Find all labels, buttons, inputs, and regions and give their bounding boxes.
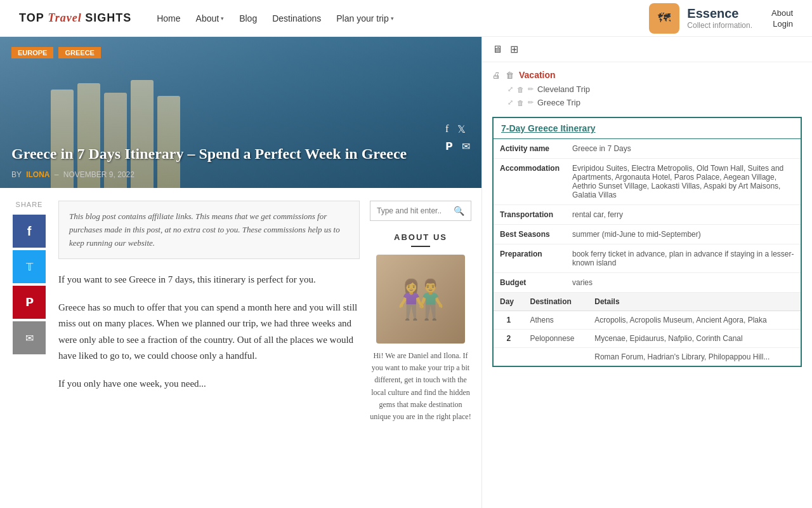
- vacation-label: Vacation: [519, 70, 556, 80]
- info-table: Activity name Greece in 7 Days Accommoda…: [494, 139, 801, 293]
- budget-row: Budget varies: [494, 273, 801, 293]
- greece-edit-icon[interactable]: ✏: [528, 98, 534, 107]
- transportation-row: Transportation rental car, ferry: [494, 205, 801, 225]
- about-us-photo: 👫: [376, 255, 465, 344]
- twitter-share-button[interactable]: 𝕋: [13, 250, 46, 283]
- nav-plan-trip[interactable]: Plan your trip ▾: [336, 13, 393, 23]
- budget-label: Budget: [494, 273, 566, 293]
- email-share-button[interactable]: ✉: [13, 321, 46, 354]
- auth-login[interactable]: Login: [773, 19, 793, 29]
- left-panel: EUROPE GREECE Greece in 7 Days Itinerary…: [0, 37, 482, 508]
- preparation-row: Preparation book ferry ticket in advance…: [494, 244, 801, 273]
- nav-destinations[interactable]: Destinations: [272, 13, 321, 23]
- essence-title: Essence: [687, 6, 752, 21]
- tag-greece[interactable]: GREECE: [58, 47, 100, 58]
- about-us-title: ABOUT US: [370, 232, 471, 242]
- monitor-icon[interactable]: 🖥: [492, 44, 502, 55]
- cleveland-edit-icon[interactable]: ✏: [528, 85, 534, 93]
- day-2-num: 2: [494, 330, 523, 348]
- pinterest-share-button[interactable]: 𝗣: [13, 286, 46, 319]
- author-prefix: BY: [11, 170, 22, 179]
- day-1-num: 1: [494, 311, 523, 330]
- hero-email-icon[interactable]: ✉: [462, 140, 470, 152]
- search-box: 🔍: [370, 201, 471, 221]
- day-row-2: 2 Peloponnese Mycenae, Epidaurus, Nafpli…: [494, 330, 801, 348]
- logo-top: TOP: [19, 11, 44, 24]
- share-sidebar: SHARE f 𝕋 𝗣 ✉: [6, 201, 52, 423]
- right-sidebar: 🖥 ⊞ 🖨 🗑 Vacation ⤢ 🗑 ✏ Cleveland Trip ⤢ …: [482, 37, 812, 508]
- author-name[interactable]: ILONA: [26, 170, 49, 179]
- day-col-header: Day: [494, 293, 523, 311]
- accommodation-label: Accommodation: [494, 159, 566, 205]
- plan-chevron-icon: ▾: [391, 15, 394, 22]
- day-row-1: 1 Athens Acropolis, Acropolis Museum, An…: [494, 311, 801, 330]
- itinerary-title[interactable]: 7-Day Greece Itinerary: [494, 118, 801, 139]
- about-chevron-icon: ▾: [221, 15, 224, 22]
- nav-blog[interactable]: Blog: [239, 13, 257, 23]
- search-button[interactable]: 🔍: [447, 201, 471, 220]
- facebook-share-button[interactable]: f: [13, 215, 46, 248]
- search-input[interactable]: [370, 201, 447, 220]
- essence-logo-icon: 🗺: [649, 3, 679, 34]
- greece-trip-name[interactable]: Greece Trip: [537, 98, 580, 107]
- nav-about[interactable]: About ▾: [196, 13, 225, 23]
- day-2-details: Mycenae, Epidaurus, Nafplio, Corinth Can…: [588, 330, 801, 348]
- hero-meta: BY ILONA – NOVEMBER 9, 2022: [11, 170, 134, 179]
- article-paragraph-1: If you want to see Greece in 7 days, thi…: [58, 272, 360, 288]
- hero-pinterest-icon[interactable]: 𝗣: [445, 140, 453, 152]
- day-2-dest: Peloponnese: [523, 330, 588, 348]
- share-label: SHARE: [16, 201, 43, 208]
- cleveland-trip-name[interactable]: Cleveland Trip: [537, 84, 590, 94]
- preparation-label: Preparation: [494, 244, 566, 273]
- details-col-header: Details: [588, 293, 801, 311]
- vacation-section: 🖨 🗑 Vacation ⤢ 🗑 ✏ Cleveland Trip ⤢ 🗑 ✏ …: [482, 62, 812, 114]
- article-date: NOVEMBER 9, 2022: [63, 170, 134, 179]
- main-layout: EUROPE GREECE Greece in 7 Days Itinerary…: [0, 37, 812, 508]
- cleveland-trip-row: ⤢ 🗑 ✏ Cleveland Trip: [492, 83, 802, 96]
- hero-title: Greece in 7 Days Itinerary – Spend a Per…: [11, 144, 412, 164]
- hero-section: EUROPE GREECE Greece in 7 Days Itinerary…: [0, 37, 481, 188]
- hero-tags: EUROPE GREECE: [11, 47, 101, 58]
- vacation-row: 🖨 🗑 Vacation: [492, 67, 802, 83]
- day-row-3: Roman Forum, Hadrian's Library, Philopap…: [494, 348, 801, 366]
- essence-branding: 🗺 Essence Collect information.: [649, 3, 752, 34]
- site-logo[interactable]: TOP Travel SIGHTS: [19, 11, 131, 25]
- greece-trip-row: ⤢ 🗑 ✏ Greece Trip: [492, 96, 802, 109]
- logo-script: Travel: [48, 11, 85, 24]
- nav-home[interactable]: Home: [157, 13, 180, 23]
- day-table: Day Destination Details 1 Athens Acropol…: [494, 293, 801, 366]
- day-table-header: Day Destination Details: [494, 293, 801, 311]
- settings-plus-icon[interactable]: ⊞: [510, 43, 518, 55]
- destination-col-header: Destination: [523, 293, 588, 311]
- auth-about[interactable]: About: [771, 8, 793, 18]
- tag-europe[interactable]: EUROPE: [11, 47, 53, 58]
- transportation-label: Transportation: [494, 205, 566, 225]
- greece-expand-icon[interactable]: ⤢: [508, 98, 513, 107]
- about-us-divider: [411, 246, 430, 247]
- date-prefix: –: [55, 170, 59, 179]
- greece-delete-icon[interactable]: 🗑: [517, 99, 524, 107]
- hero-twitter-icon[interactable]: 𝕏: [457, 123, 466, 135]
- budget-value: varies: [566, 273, 801, 293]
- print-icon[interactable]: 🖨: [492, 70, 501, 80]
- article-body: This blog post contains affiliate links.…: [58, 201, 360, 423]
- essence-subtitle: Collect information.: [687, 21, 752, 30]
- cleveland-delete-icon[interactable]: 🗑: [517, 86, 524, 93]
- essence-toolbar: 🖥 ⊞: [482, 37, 812, 62]
- day-1-details: Acropolis, Acropolis Museum, Ancient Ago…: [588, 311, 801, 330]
- transportation-value: rental car, ferry: [566, 205, 801, 225]
- logo-bottom: SIGHTS: [85, 11, 131, 24]
- hero-facebook-icon[interactable]: f: [445, 123, 449, 135]
- cleveland-expand-icon[interactable]: ⤢: [508, 85, 513, 93]
- vacation-delete-icon[interactable]: 🗑: [506, 70, 514, 80]
- activity-label: Activity name: [494, 139, 566, 159]
- about-us-text: Hi! We are Daniel and Ilona. If you want…: [370, 350, 471, 423]
- site-header: TOP Travel SIGHTS Home About ▾ Blog Dest…: [0, 0, 812, 37]
- main-nav: Home About ▾ Blog Destinations Plan your…: [157, 13, 649, 23]
- itinerary-box: 7-Day Greece Itinerary Activity name Gre…: [492, 117, 802, 367]
- seasons-label: Best Seasons: [494, 225, 566, 244]
- activity-value: Greece in 7 Days: [566, 139, 801, 159]
- day-3-dest: [523, 348, 588, 366]
- activity-row: Activity name Greece in 7 Days: [494, 139, 801, 159]
- content-area: SHARE f 𝕋 𝗣 ✉ This blog post contains af…: [0, 188, 481, 436]
